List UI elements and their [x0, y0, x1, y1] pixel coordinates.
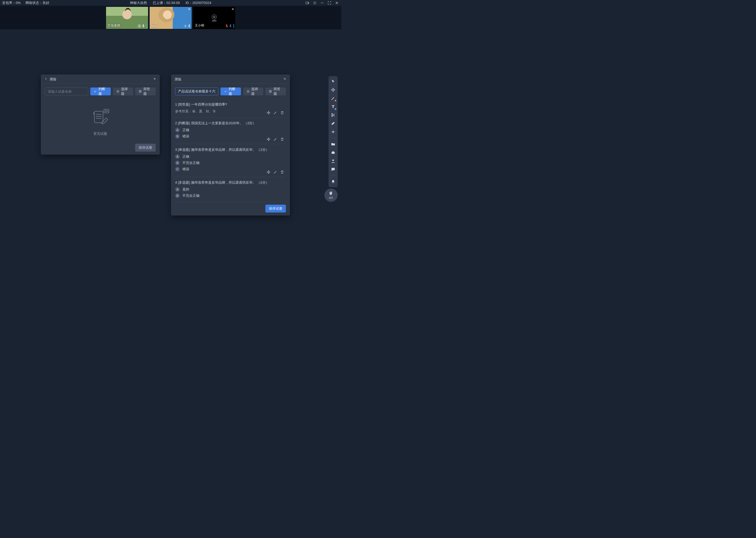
quiz-panel-editor: 测验 判断题 选择题 简答题 1 [简答	[171, 75, 290, 215]
eraser-tool-icon[interactable]	[330, 121, 336, 126]
option-key: B	[175, 193, 180, 198]
question-option[interactable]: B不完全正确	[175, 161, 284, 165]
settings-icon[interactable]	[312, 1, 317, 5]
svg-rect-0	[306, 2, 308, 4]
cursor-tool-icon[interactable]	[330, 79, 336, 84]
svg-point-24	[105, 111, 106, 111]
option-text: 不完全正确	[182, 161, 200, 165]
quiz-name-input[interactable]	[45, 87, 88, 95]
svg-rect-6	[189, 25, 190, 26]
right-toolbar	[329, 76, 338, 187]
camera-toggle-icon[interactable]	[305, 1, 310, 5]
question-option[interactable]: A是的	[175, 187, 284, 192]
mic-icon	[188, 24, 191, 28]
question-option[interactable]: A正确	[175, 154, 284, 159]
question-title: 2 [判断题] 我国宪法上一次更新是在2020年。 （2分）	[175, 121, 284, 126]
svg-point-1	[314, 2, 315, 3]
add-short-answer-button[interactable]: 简答题	[135, 87, 156, 95]
close-window-icon[interactable]	[334, 1, 339, 5]
hand-count: 0/2	[329, 196, 333, 199]
question-list[interactable]: 1 [简答题] 一年四季分别是哪四季?参考答案：春、夏、秋、冬 2 [判断题] …	[175, 99, 286, 198]
close-icon[interactable]	[153, 77, 156, 81]
question-item: 1 [简答题] 一年四季分别是哪四季?参考答案：春、夏、秋、冬	[175, 99, 284, 118]
bell-tool-icon[interactable]	[330, 179, 336, 185]
toolbox-tool-icon[interactable]	[330, 150, 336, 155]
svg-point-41	[332, 159, 334, 161]
audio-level-icon	[146, 24, 147, 28]
add-choice-button[interactable]: 选择题	[243, 87, 263, 95]
text-tool-icon[interactable]	[330, 104, 336, 110]
quiz-name-input[interactable]	[175, 87, 218, 95]
option-key: A	[175, 187, 180, 192]
question-option[interactable]: B不完全正确	[175, 193, 284, 198]
question-actions	[266, 170, 284, 174]
add-choice-button[interactable]: 选择题	[113, 87, 133, 95]
mic-icon	[142, 24, 145, 28]
user-tool-icon[interactable]	[330, 158, 336, 164]
question-item: 3 [单选题] 施华洛世奇是反华品牌，所以梁鼎琪反华。 （2分）A正确B不完全正…	[175, 144, 284, 177]
scissors-tool-icon[interactable]	[330, 112, 336, 118]
option-text: 错误	[182, 134, 189, 139]
close-icon[interactable]	[283, 77, 286, 81]
packet-loss: 丢包率：0%	[2, 1, 21, 5]
delete-question-icon[interactable]	[280, 137, 284, 141]
add-short-answer-button[interactable]: 简答题	[265, 87, 286, 95]
option-text: 是的	[182, 187, 189, 192]
class-title: 神秘大自然	[130, 1, 147, 5]
panel-title: 测验	[174, 77, 181, 82]
option-text: 不完全正确	[182, 193, 200, 198]
pen-tool-icon[interactable]	[330, 95, 336, 101]
network-status: 网络状态：良好	[25, 1, 49, 5]
video-tile[interactable]: 叮当老师	[106, 7, 148, 29]
tile-close-icon[interactable]: ✕	[231, 7, 234, 11]
option-key: C	[175, 167, 180, 172]
delete-question-icon[interactable]	[280, 170, 284, 174]
topbar: 丢包率：0% 网络状态：良好 神秘大自然 已上课：02:34:09 ID：202…	[0, 0, 341, 6]
delete-question-icon[interactable]	[280, 111, 284, 115]
quiz-panel-empty: 测验 判断题 选择题 简答题	[41, 75, 160, 154]
svg-rect-5	[143, 25, 144, 26]
participant-name: 王小明	[195, 24, 204, 28]
svg-point-26	[107, 111, 108, 111]
back-icon[interactable]	[44, 77, 48, 81]
participant-name: 叮当老师	[108, 24, 120, 28]
option-key: A	[175, 154, 180, 159]
chat-tool-icon[interactable]	[330, 167, 336, 172]
fullscreen-icon[interactable]	[327, 1, 332, 5]
video-tile[interactable]: ✕ Nina	[150, 7, 192, 29]
question-title: 1 [简答题] 一年四季分别是哪四季?	[175, 102, 284, 107]
tile-close-icon[interactable]: ✕	[188, 7, 191, 11]
save-quiz-button[interactable]: 保存试卷	[265, 205, 286, 213]
participant-name: Nina	[151, 24, 158, 28]
minimize-icon[interactable]	[320, 1, 324, 5]
session-id: ID：2020070324	[186, 1, 211, 5]
raise-hand-counter[interactable]: 0/2	[324, 188, 338, 202]
option-text: 错误	[182, 167, 189, 172]
video-tile[interactable]: ✕ 王小明	[193, 7, 235, 29]
add-judge-button[interactable]: 判断题	[90, 87, 111, 95]
question-option[interactable]: A正确	[175, 128, 284, 133]
move-question-icon[interactable]	[266, 111, 271, 115]
video-row: 叮当老师 ✕ Nina ✕ 王小明	[0, 6, 341, 29]
move-question-icon[interactable]	[266, 170, 271, 174]
empty-text: 暂无试题	[93, 131, 107, 136]
empty-state: 暂无试题	[45, 95, 156, 144]
toolbar-separator	[330, 138, 336, 138]
option-text: 正确	[182, 154, 189, 159]
svg-point-35	[332, 131, 334, 133]
add-judge-button[interactable]: 判断题	[220, 87, 241, 95]
edit-question-icon[interactable]	[273, 111, 277, 115]
folder-tool-icon[interactable]	[330, 141, 336, 147]
edit-question-icon[interactable]	[273, 170, 277, 174]
save-quiz-button[interactable]: 保存试卷	[135, 144, 156, 152]
share-indicator-icon	[184, 25, 187, 27]
move-question-icon[interactable]	[266, 137, 271, 141]
svg-rect-19	[95, 111, 103, 123]
option-text: 正确	[182, 128, 189, 133]
move-tool-icon[interactable]	[330, 87, 336, 93]
svg-point-8	[213, 16, 215, 18]
edit-question-icon[interactable]	[273, 137, 277, 141]
elapsed: 已上课：02:34:09	[153, 1, 180, 5]
spotlight-tool-icon[interactable]	[330, 129, 336, 135]
question-title: 4 [多选题] 施华洛世奇是反华品牌，所以梁鼎琪反华。 （2分）	[175, 180, 284, 185]
